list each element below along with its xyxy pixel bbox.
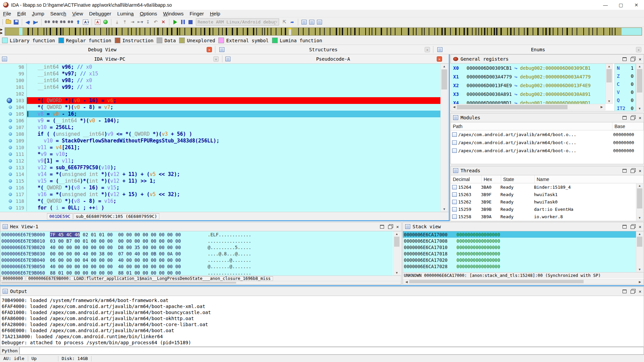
registers-horizontal-scrollbar[interactable]: ◀ ▶ (450, 104, 605, 110)
flag-row[interactable]: C0 (615, 80, 636, 88)
stack-row[interactable]: 0000006E6CA170200000000000000000 (403, 257, 636, 263)
cli-input[interactable] (19, 347, 644, 355)
code-line[interactable]: 115 v15 = (__int64)*(int *)(v12 + 11) >>… (0, 178, 440, 184)
code-line[interactable]: 104 *(_QWORD *)(v0 - 8) = v7; (0, 104, 440, 111)
register-row[interactable]: X40000006D00009BD1↪debug001:0000006D0000… (450, 99, 605, 104)
text-view-icon[interactable]: A▾ (83, 19, 89, 25)
attach-process-icon[interactable]: ⇱ (281, 19, 288, 25)
maximize-panel-button[interactable] (380, 225, 384, 229)
module-row[interactable]: /apex/com.android.art/javalib/arm64/boot… (451, 146, 644, 155)
maximize-panel-button[interactable] (623, 169, 627, 173)
step-into-icon[interactable]: ⤓ (114, 19, 120, 25)
code-line[interactable]: 99 __int64 *v97; // x15 (0, 70, 440, 77)
modules-columns[interactable]: PathBase (451, 122, 644, 130)
close-panel-button[interactable]: ✕ (396, 225, 399, 229)
registers-vertical-scrollbar[interactable]: ▲ ▼ (605, 64, 613, 104)
menu-windows[interactable]: Windows (160, 10, 186, 17)
code-line[interactable]: 109 v10 = StackOverflowSharedWithoutFPUR… (0, 137, 440, 144)
hex-row[interactable]: 0000006E67E9B0007F 45 4C 46 02 01 01 00 … (0, 231, 393, 238)
navband-range-arrows[interactable]: ▶▶ (0, 28, 3, 35)
undo-icon[interactable]: ↶ (152, 19, 159, 25)
module-list-icon[interactable] (308, 19, 315, 25)
code-line[interactable]: 105 v8 = v0 - 16; (0, 111, 440, 117)
save-icon[interactable] (13, 19, 19, 25)
hex-row[interactable]: 0000006E67E9B02040 00 00 00 00 00 00 00 … (0, 244, 393, 250)
module-row[interactable]: /apex/com.android.art/javalib/arm64/boot… (451, 130, 644, 138)
maximize-panel-button[interactable] (623, 116, 627, 120)
close-icon[interactable]: ✕ (207, 47, 212, 52)
close-panel-button[interactable]: ✕ (639, 57, 641, 61)
run-until-return-icon[interactable]: ⇥ (129, 19, 136, 25)
float-panel-button[interactable] (631, 290, 635, 294)
navigate-forward-icon[interactable]: ▶▾ (32, 19, 39, 25)
stack-horizontal-scrollbar[interactable]: ◀ ▶ (403, 279, 644, 284)
thread-row[interactable]: 152623B9EReadyhwuiTask0 (451, 198, 644, 205)
code-line[interactable]: 102 (0, 90, 440, 97)
tab-debug-view[interactable]: Debug View ✕ (0, 45, 215, 54)
maximize-button[interactable]: ▢ (613, 0, 629, 10)
cli-language-button[interactable]: Python (0, 347, 19, 355)
registers-header[interactable]: General registers ✕ (451, 55, 644, 64)
minimize-button[interactable]: — (598, 0, 613, 10)
thread-row[interactable]: 152593B9BReadydart:io EventHa (451, 205, 644, 213)
threads-vertical-scrollbar[interactable]: ▲ ▼ (636, 183, 643, 221)
maximize-panel-button[interactable] (623, 225, 627, 229)
search-icon[interactable] (44, 19, 51, 25)
code-line[interactable]: 103 *(_QWORD *)(v0 - 16) = v6; (0, 97, 440, 104)
register-row[interactable]: X10000006D003A4779↪debug002:0000006D003A… (450, 72, 605, 81)
menu-edit[interactable]: Edit (14, 10, 29, 17)
register-row[interactable]: X20000006D0013F4E9↪debug002:0000006D0013… (450, 81, 605, 90)
search-text-icon[interactable]: T (52, 19, 58, 25)
hex-row[interactable]: 0000006E67E9B01003 00 B7 00 01 00 00 00 … (0, 238, 393, 244)
close-panel-button[interactable]: ✕ (639, 116, 641, 120)
registers-list[interactable]: X00000006D00309CB1↪debug002:0000006D0030… (450, 64, 605, 104)
navigation-band[interactable]: ▶▶ (0, 27, 644, 36)
navigate-back-icon[interactable]: ◀▾ (24, 19, 31, 25)
close-panel-button[interactable]: ✕ (639, 290, 641, 293)
menu-options[interactable]: Options (137, 10, 160, 17)
code-line[interactable]: 100 __int64 v98; // x0 (0, 77, 440, 84)
output-log[interactable]: 70B49000: loaded /system/framework/arm64… (0, 296, 643, 346)
code-vertical-scrollbar[interactable]: ▲ ▼ (440, 64, 448, 212)
hex-row[interactable]: 0000006E67E9B05040 00 00 00 00 00 00 00 … (0, 263, 393, 269)
run-to-cursor-icon[interactable]: ⇤▾ (137, 19, 144, 25)
cancel-debug-icon[interactable]: ✕ (160, 19, 167, 25)
menu-file[interactable]: File (0, 10, 14, 17)
hex-dump[interactable]: 0000006E67E9B0007F 45 4C 46 02 01 01 00 … (0, 231, 393, 276)
thread-row[interactable]: 152633B9FReadyhwuiTask1 (451, 191, 644, 198)
code-line[interactable]: 116 *(_QWORD *)(v8 - 16) = v15; (0, 184, 440, 191)
code-line[interactable]: 98 __int64 v96; // x0 (0, 64, 440, 70)
code-line[interactable]: 112 v9[1] = v11; (0, 158, 440, 164)
hex-horizontal-scrollbar[interactable] (0, 281, 401, 285)
detach-process-icon[interactable]: ➦ (289, 19, 296, 25)
menu-view[interactable]: View (69, 10, 86, 17)
hex-row[interactable]: 0000006E67E9B06088 01 00 00 00 00 00 00 … (0, 269, 393, 276)
stop-process-icon[interactable] (187, 19, 194, 25)
stack-row[interactable]: 0000006E6CA170280000000000000000 (403, 263, 636, 269)
module-row[interactable]: /apex/com.android.art/javalib/arm64/boot… (451, 138, 644, 146)
float-panel-button[interactable] (631, 116, 635, 120)
menu-lumina[interactable]: Lumina (114, 10, 137, 17)
stack-vertical-scrollbar[interactable]: ▲ ▼ (636, 231, 643, 272)
flags-list[interactable]: N1Z0C0V0Q0IT20T0 (614, 64, 636, 111)
code-line[interactable]: 114 v14 = *(unsigned int *)(v12 + 11) + … (0, 171, 440, 178)
menu-search[interactable]: Search (47, 10, 69, 17)
stack-row[interactable]: 0000006E6CA170180000000000000000 (403, 250, 636, 257)
stack-row[interactable]: 0000006E6CA170100000000000000000 (403, 244, 636, 250)
color-instruction-icon[interactable]: A (94, 19, 101, 25)
menu-finger[interactable]: Finger (186, 10, 207, 17)
code-line[interactable]: 106 v9 = (__int64 *)(v0 - 104); (0, 117, 440, 124)
hex-vertical-scrollbar[interactable]: ▲ ▼ (393, 231, 400, 276)
modules-header[interactable]: Modules ✕ (451, 113, 644, 122)
menu-help[interactable]: Help (207, 10, 223, 17)
code-line[interactable]: 101 __int64 v99; // x1 (0, 84, 440, 90)
open-file-icon[interactable] (5, 19, 12, 25)
threads-rows[interactable]: 152643BA0ReadyBinder:15189_4152633B9FRea… (451, 183, 644, 220)
hex-view-header[interactable]: Hex View-1 ✕ (0, 222, 401, 231)
flag-row[interactable]: N1 (615, 64, 636, 72)
search-next-icon[interactable]: + (59, 19, 66, 25)
flag-row[interactable]: V0 (615, 88, 636, 96)
close-icon[interactable]: ✕ (425, 47, 430, 52)
tab-enums[interactable]: Enums ✕ (434, 45, 644, 54)
close-icon[interactable]: ✕ (636, 47, 641, 52)
